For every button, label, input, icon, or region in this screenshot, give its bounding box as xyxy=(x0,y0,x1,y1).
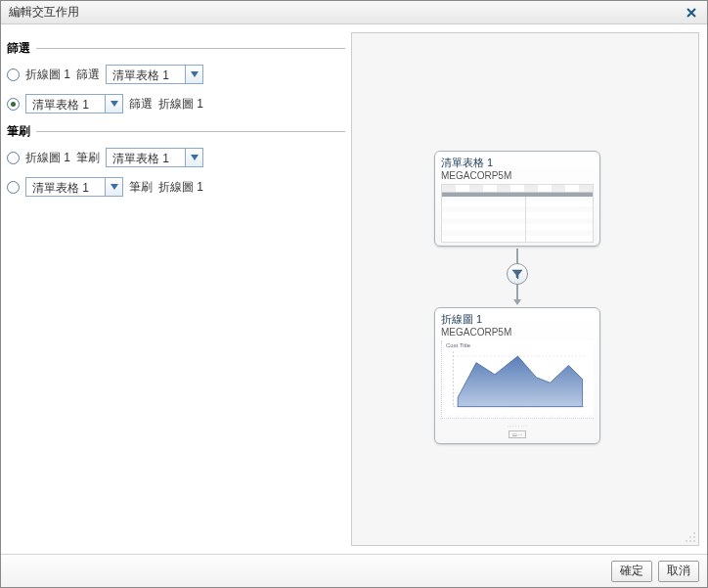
chevron-down-icon xyxy=(105,178,122,196)
dialog-title: 編輯交互作用 xyxy=(9,4,684,21)
filter1-source: 折線圖 1 xyxy=(25,67,70,83)
left-pane: 篩選 折線圖 1 篩選 清單表格 1 清單表格 1 xyxy=(1,24,351,554)
svg-point-7 xyxy=(686,540,687,542)
resize-handle-icon[interactable] xyxy=(685,531,696,543)
chart-node-title: 折線圖 1 xyxy=(441,312,594,327)
cancel-button[interactable]: 取消 xyxy=(658,561,699,582)
table-node-sub: MEGACORP5M xyxy=(441,170,594,181)
diagram-pane: 清單表格 1 MEGACORP5M 折線圖 1 xyxy=(351,32,699,546)
brush2-verb: 筆刷 xyxy=(129,179,153,196)
table-node[interactable]: 清單表格 1 MEGACORP5M xyxy=(434,151,600,247)
chevron-down-icon xyxy=(105,95,122,113)
section-filter-label: 篩選 xyxy=(7,40,36,57)
close-icon[interactable] xyxy=(684,5,699,21)
dialog-footer: 確定 取消 xyxy=(1,554,707,587)
svg-point-9 xyxy=(693,540,695,542)
svg-point-6 xyxy=(693,536,695,538)
section-brush-label: 筆刷 xyxy=(7,123,36,140)
ok-button[interactable]: 確定 xyxy=(611,561,652,582)
chart-footer: · · · · · · · · ▭ ··· xyxy=(441,423,594,438)
filter2-verb: 篩選 xyxy=(129,96,153,113)
filter1-combo-text: 清單表格 1 xyxy=(107,66,185,83)
filter2-target: 折線圖 1 xyxy=(158,96,203,113)
brush-row-2: 清單表格 1 筆刷 折線圖 1 xyxy=(7,177,345,197)
section-divider xyxy=(36,131,345,132)
brush2-target: 折線圖 1 xyxy=(158,179,203,196)
svg-point-4 xyxy=(693,532,695,534)
filter2-combo[interactable]: 清單表格 1 xyxy=(25,94,123,113)
filter1-combo[interactable]: 清單表格 1 xyxy=(106,65,203,84)
radio-filter-2[interactable] xyxy=(7,98,20,111)
chart-node-sub: MEGACORP5M xyxy=(441,327,594,338)
svg-point-8 xyxy=(689,540,691,542)
arrow-down-icon xyxy=(513,299,521,305)
dialog-body: 篩選 折線圖 1 篩選 清單表格 1 清單表格 1 xyxy=(1,24,707,554)
brush2-combo-text: 清單表格 1 xyxy=(26,178,105,196)
section-header-filter: 篩選 xyxy=(7,40,345,57)
titlebar: 編輯交互作用 xyxy=(1,1,707,24)
radio-brush-2[interactable] xyxy=(7,181,20,194)
section-divider xyxy=(36,48,345,49)
filter-row-2: 清單表格 1 篩選 折線圖 1 xyxy=(7,94,345,113)
filter2-combo-text: 清單表格 1 xyxy=(26,95,105,113)
filter1-verb: 篩選 xyxy=(76,67,100,83)
table-thumbnail xyxy=(441,184,594,243)
filter-icon xyxy=(507,263,528,285)
section-header-brush: 筆刷 xyxy=(7,123,345,140)
filter-row-1: 折線圖 1 篩選 清單表格 1 xyxy=(7,65,345,84)
brush-row-1: 折線圖 1 筆刷 清單表格 1 xyxy=(7,148,345,167)
brush1-combo[interactable]: 清單表格 1 xyxy=(106,148,203,167)
table-node-title: 清單表格 1 xyxy=(441,156,594,170)
brush1-verb: 筆刷 xyxy=(76,150,100,166)
svg-point-5 xyxy=(689,536,691,538)
radio-filter-1[interactable] xyxy=(7,68,20,81)
chevron-down-icon xyxy=(185,66,202,83)
dialog: 編輯交互作用 篩選 折線圖 1 篩選 清單表格 1 xyxy=(0,0,708,588)
connector xyxy=(516,249,518,305)
chart-node[interactable]: 折線圖 1 MEGACORP5M Cost Title xyxy=(434,307,600,444)
brush1-combo-text: 清單表格 1 xyxy=(107,149,185,166)
brush1-source: 折線圖 1 xyxy=(25,150,70,166)
chart-mini-title: Cost Title xyxy=(446,342,470,348)
chevron-down-icon xyxy=(185,149,202,166)
radio-brush-1[interactable] xyxy=(7,152,20,164)
chart-thumbnail: Cost Title xyxy=(441,340,594,419)
brush2-combo[interactable]: 清單表格 1 xyxy=(25,177,123,197)
chart-legend: ▭ ··· xyxy=(509,430,527,438)
